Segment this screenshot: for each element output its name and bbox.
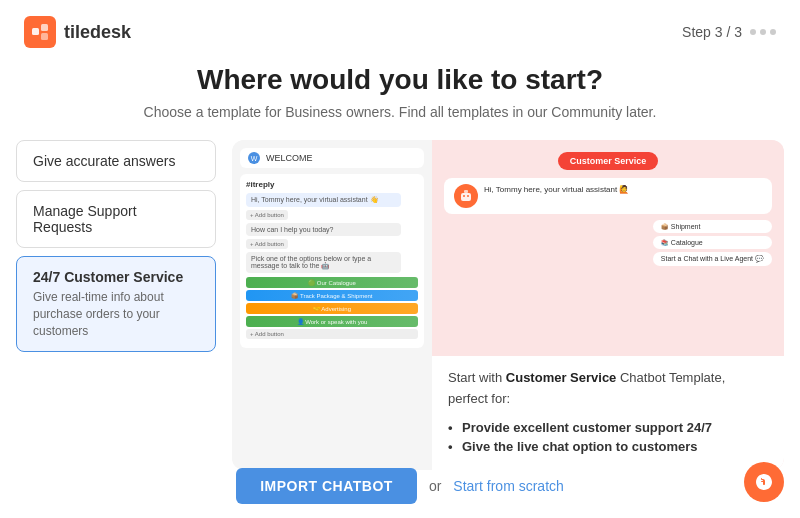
chat-options: 🟢 Our Catalogue 📦 Track Package & Shipme… <box>246 277 418 342</box>
svg-rect-1 <box>41 24 48 31</box>
template-item-customer-service[interactable]: 24/7 Customer Service Give real-time inf… <box>16 256 216 352</box>
svg-rect-0 <box>32 28 39 35</box>
or-text: or <box>429 478 441 494</box>
bot-avatar-icon <box>454 184 478 208</box>
add-button-2: + Add button <box>246 239 288 249</box>
page-title: Where would you like to start? <box>24 64 776 96</box>
import-chatbot-button[interactable]: IMPORT CHATBOT <box>236 468 417 504</box>
option-speak: 👤 Work or speak with you <box>246 316 418 327</box>
chat-window: #itreply Hi, Tommy here, your virtual as… <box>240 174 424 348</box>
dot-1 <box>750 29 756 35</box>
chat-circle: W <box>248 152 260 164</box>
bullet-list: Provide excellent customer support 24/7 … <box>448 420 768 454</box>
bot-message-box: Hi, Tommy here, your virtual assistant 🙋 <box>444 178 772 214</box>
greeting-bubble: Hi, Tommy here, your virtual assistant 👋 <box>246 193 401 207</box>
template-item-title: 24/7 Customer Service <box>33 269 199 285</box>
add-button-3: + Add button <box>246 329 418 339</box>
page-subtitle: Choose a template for Business owners. F… <box>24 104 776 120</box>
svg-rect-2 <box>41 33 48 40</box>
svg-rect-3 <box>461 193 471 201</box>
description-panel: Start with Customer Service Chatbot Temp… <box>432 356 784 470</box>
qr-live-agent: Start a Chat with a Live Agent 💬 <box>653 252 772 266</box>
template-item-accurate-answers[interactable]: Give accurate answers <box>16 140 216 182</box>
qr-shipment-icon: 📦 <box>661 223 668 230</box>
main-content: Where would you like to start? Choose a … <box>0 64 800 470</box>
chat-header-bar: W WELCOME <box>240 148 424 168</box>
qr-catalogue: 📚 Catalogue <box>653 236 772 249</box>
logo-icon <box>24 16 56 48</box>
bottom-bar: IMPORT CHATBOT or Start from scratch <box>0 454 800 518</box>
qr-shipment: 📦 Shipment <box>653 220 772 233</box>
chat-preview: W WELCOME #itreply Hi, Tommy here, your … <box>232 140 432 470</box>
description-text: Start with Customer Service Chatbot Temp… <box>448 368 768 410</box>
step-dots <box>750 29 776 35</box>
chat-channel-title: #itreply <box>246 180 418 189</box>
chat-header-label: WELCOME <box>266 153 313 163</box>
left-panel: Give accurate answers Manage Support Req… <box>16 140 216 470</box>
step-info: Step 3 / 3 <box>682 24 776 40</box>
dot-3 <box>770 29 776 35</box>
option-track: 📦 Track Package & Shipment <box>246 290 418 301</box>
qr-catalogue-icon: 📚 <box>661 239 668 246</box>
quick-replies: 📦 Shipment 📚 Catalogue Start a Chat with… <box>653 220 772 266</box>
dot-2 <box>760 29 766 35</box>
logo: tiledesk <box>24 16 131 48</box>
svg-rect-4 <box>464 190 468 193</box>
content-area: Give accurate answers Manage Support Req… <box>0 140 800 470</box>
options-prompt-bubble: Pick one of the options below or type a … <box>246 252 401 273</box>
start-from-scratch-link[interactable]: Start from scratch <box>453 478 563 494</box>
help-button[interactable] <box>744 462 784 502</box>
svg-point-7 <box>763 486 765 488</box>
header: tiledesk Step 3 / 3 <box>0 0 800 64</box>
bot-greeting-text: Hi, Tommy here, your virtual assistant 🙋 <box>484 184 629 195</box>
logo-text: tiledesk <box>64 22 131 43</box>
svg-point-5 <box>463 195 465 197</box>
bullet-2: Give the live chat option to customers <box>448 439 768 454</box>
customer-service-badge: Customer Service <box>558 152 659 170</box>
right-panel: W WELCOME #itreply Hi, Tommy here, your … <box>232 140 784 470</box>
question-bubble: How can I help you today? <box>246 223 401 236</box>
step-label: Step 3 / 3 <box>682 24 742 40</box>
template-item-manage-support[interactable]: Manage Support Requests <box>16 190 216 248</box>
bullet-1: Provide excellent customer support 24/7 <box>448 420 768 435</box>
option-catalogue: 🟢 Our Catalogue <box>246 277 418 288</box>
svg-point-6 <box>467 195 469 197</box>
template-item-desc: Give real-time info about purchase order… <box>33 289 199 339</box>
add-button-1: + Add button <box>246 210 288 220</box>
option-advertising: 🤝 Advertising <box>246 303 418 314</box>
